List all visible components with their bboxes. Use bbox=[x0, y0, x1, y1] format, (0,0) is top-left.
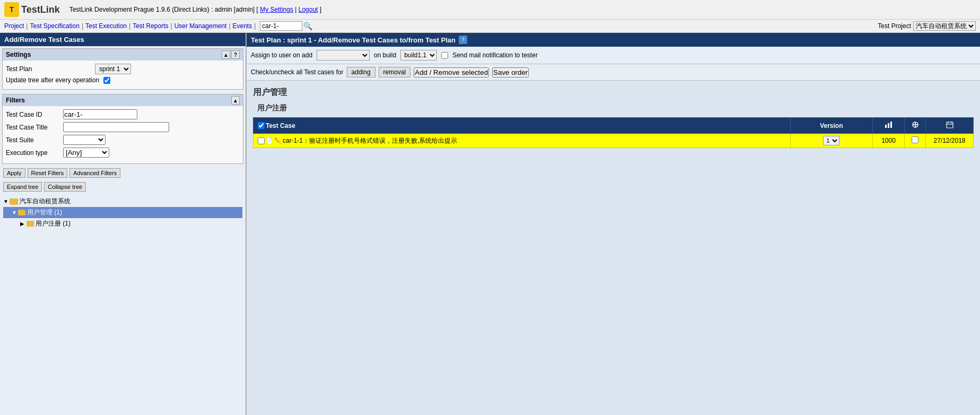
save-order-btn[interactable]: Save order bbox=[492, 67, 529, 77]
update-tree-row: Update tree after every operation bbox=[6, 76, 240, 84]
svg-rect-6 bbox=[947, 122, 953, 128]
removal-btn[interactable]: removal bbox=[379, 67, 411, 77]
advanced-filters-btn[interactable]: Advanced Filters bbox=[69, 168, 120, 178]
tree-item-user-reg-label: 用户注册 (1) bbox=[36, 219, 71, 228]
tc-version-cell: 1 bbox=[790, 134, 872, 148]
edit-icon: ✏️ bbox=[274, 137, 282, 144]
filter-suite-select[interactable] bbox=[63, 135, 106, 145]
test-case-col-label: Test Case bbox=[266, 122, 295, 129]
right-help-btn[interactable]: ? bbox=[459, 36, 467, 44]
right-panel: Test Plan : sprint 1 - Add/Remove Test C… bbox=[247, 33, 980, 415]
tc-name: car-1-1：验证注册时手机号格式错误，注册失败,系统给出提示 bbox=[283, 136, 457, 145]
table-row: 📄 ✏️ car-1-1：验证注册时手机号格式错误，注册失败,系统给出提示 1 bbox=[253, 134, 974, 148]
settings-title-bar: Settings ▲ ? bbox=[3, 49, 243, 60]
tc-metric-cell: 1000 bbox=[873, 134, 905, 148]
logout-link[interactable]: Logout bbox=[299, 6, 318, 13]
tree-root-label: 汽车自动租赁系统 bbox=[20, 197, 71, 206]
col-header-test-case: Test Case bbox=[253, 118, 791, 134]
settings-help-btn[interactable]: ? bbox=[231, 50, 240, 59]
top-bar: T TestLink TestLink Development Prague 1… bbox=[0, 0, 980, 20]
logo: T TestLink bbox=[4, 2, 60, 17]
filter-title-row: Test Case Title bbox=[6, 122, 240, 132]
tc-assigned-checkbox[interactable] bbox=[912, 136, 918, 143]
on-build-label: on build bbox=[374, 51, 396, 59]
filters-title: Filters bbox=[6, 97, 25, 104]
right-header-text: Test Plan : sprint 1 - Add/Remove Test C… bbox=[251, 36, 456, 44]
nav-events[interactable]: Events bbox=[233, 22, 252, 30]
test-project-selector: Test Project 汽车自动租赁系统 bbox=[878, 21, 976, 31]
filter-id-label: Test Case ID bbox=[6, 111, 59, 118]
search-button[interactable]: 🔍 bbox=[303, 22, 312, 30]
filter-title-input[interactable] bbox=[63, 122, 169, 132]
on-build-select[interactable]: build1.1 bbox=[400, 50, 437, 60]
tc-date-cell: 27/12/2018 bbox=[926, 134, 974, 148]
tree-item-user-mgmt-label: 用户管理 (1) bbox=[27, 208, 62, 217]
user-reg-folder-icon bbox=[27, 221, 34, 227]
right-panel-header: Test Plan : sprint 1 - Add/Remove Test C… bbox=[247, 33, 980, 47]
send-mail-checkbox[interactable] bbox=[441, 52, 448, 59]
filter-suite-row: Test Suite bbox=[6, 135, 240, 145]
reset-filters-btn[interactable]: Reset Filters bbox=[28, 168, 68, 178]
filters-minimize-btn[interactable]: ▲ bbox=[231, 96, 240, 105]
navbar: Project | Test Specification | Test Exec… bbox=[0, 20, 980, 33]
settings-minimize-btn[interactable]: ▲ bbox=[222, 50, 230, 59]
tc-name-cell: 📄 ✏️ car-1-1：验证注册时手机号格式错误，注册失败,系统给出提示 bbox=[253, 134, 791, 148]
filters-title-bar: Filters ▲ bbox=[3, 94, 243, 106]
filter-suite-label: Test Suite bbox=[6, 136, 59, 144]
col-header-date bbox=[926, 118, 974, 134]
tree-root[interactable]: ▼ 汽车自动租赁系统 bbox=[3, 196, 242, 207]
app-title: TestLink Development Prague 1.9.6 (Direc… bbox=[69, 6, 321, 13]
nav-test-reports[interactable]: Test Reports bbox=[133, 22, 168, 30]
filter-id-input[interactable] bbox=[63, 109, 137, 119]
tc-version-select[interactable]: 1 bbox=[823, 136, 839, 145]
filters-content: Test Case ID Test Case Title Test Suite … bbox=[3, 106, 243, 163]
tool-icon bbox=[912, 121, 919, 128]
filter-exec-row: Execution type [Any] Manual Automated bbox=[6, 148, 240, 158]
filter-exec-select[interactable]: [Any] Manual Automated bbox=[63, 148, 109, 158]
col-header-version: Version bbox=[790, 118, 872, 134]
tree-item-user-reg[interactable]: ▶ 用户注册 (1) bbox=[3, 218, 242, 229]
suite-heading: 用户管理 bbox=[253, 87, 974, 98]
bar-chart-icon bbox=[885, 120, 893, 129]
tree-controls: Expand tree Collapse tree bbox=[0, 180, 246, 194]
controls-row-1: Assign to user on add on build build1.1 … bbox=[247, 47, 980, 64]
test-case-table: Test Case Version bbox=[253, 117, 974, 148]
add-remove-selected-btn[interactable]: Add / Remove selected bbox=[414, 67, 489, 77]
nav-project[interactable]: Project bbox=[4, 22, 24, 30]
svg-rect-2 bbox=[890, 122, 892, 128]
select-all-checkbox[interactable] bbox=[258, 122, 265, 129]
search-input[interactable] bbox=[260, 21, 302, 31]
logo-text: TestLink bbox=[21, 4, 60, 15]
root-folder-icon bbox=[10, 198, 18, 205]
left-panel-header: Add/Remove Test Cases bbox=[0, 33, 246, 46]
tc-icons: 📄 ✏️ bbox=[266, 137, 282, 144]
nav-test-execution[interactable]: Test Execution bbox=[85, 22, 127, 30]
test-project-select[interactable]: 汽车自动租赁系统 bbox=[913, 21, 976, 31]
content-area: 用户管理 用户注册 Test Case Version bbox=[247, 81, 980, 415]
doc-icon: 📄 bbox=[266, 137, 273, 144]
assign-user-select[interactable] bbox=[317, 50, 370, 60]
nav-test-specification[interactable]: Test Specification bbox=[30, 22, 79, 30]
apply-filter-btn[interactable]: Apply bbox=[3, 168, 25, 178]
main-layout: Add/Remove Test Cases Settings ▲ ? Test … bbox=[0, 33, 980, 415]
col-header-tool bbox=[905, 118, 926, 134]
tree-item-user-mgmt[interactable]: ▼ 用户管理 (1) bbox=[3, 207, 242, 218]
settings-content: Test Plan sprint 1 Update tree after eve… bbox=[3, 60, 243, 89]
col-header-metric bbox=[873, 118, 905, 134]
nav-user-management[interactable]: User Management bbox=[174, 22, 227, 30]
test-plan-select[interactable]: sprint 1 bbox=[95, 64, 131, 74]
tree-section: ▼ 汽车自动租赁系统 ▼ 用户管理 (1) ▶ 用户注册 (1) bbox=[0, 194, 246, 415]
send-mail-label: Send mail notification to tester bbox=[452, 51, 538, 59]
assign-user-label: Assign to user on add bbox=[251, 51, 312, 59]
update-tree-checkbox[interactable] bbox=[103, 77, 110, 84]
expand-tree-btn[interactable]: Expand tree bbox=[3, 182, 42, 192]
my-settings-link[interactable]: My Settings bbox=[260, 6, 293, 13]
test-project-label: Test Project bbox=[878, 22, 911, 30]
adding-btn[interactable]: adding bbox=[347, 67, 375, 77]
filters-section: Filters ▲ Test Case ID Test Case Title T… bbox=[2, 94, 243, 164]
settings-title: Settings bbox=[6, 51, 31, 58]
tc-assigned-cell bbox=[905, 134, 926, 148]
tc-checkbox[interactable] bbox=[258, 137, 265, 144]
filter-id-row: Test Case ID bbox=[6, 109, 240, 119]
collapse-tree-btn[interactable]: Collapse tree bbox=[44, 182, 86, 192]
